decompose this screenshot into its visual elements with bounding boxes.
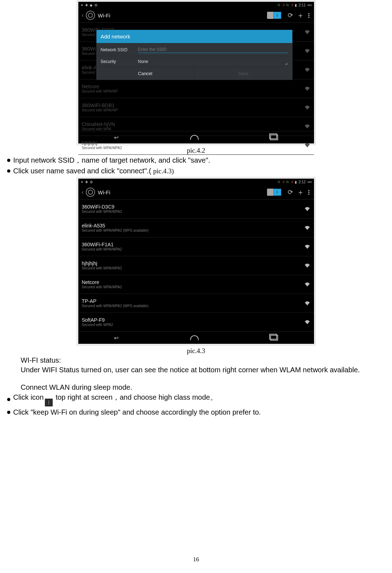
network-security: Secured with WPA/WPA2	[82, 266, 302, 270]
overflow-menu-icon	[45, 399, 53, 406]
network-security: Secured with WPA2	[82, 323, 302, 327]
wifi-signal-icon	[304, 282, 310, 287]
network-ssid: Netcore	[82, 84, 302, 89]
nav-home-icon[interactable]	[190, 135, 199, 140]
status-ampm: AM	[308, 180, 312, 184]
network-row[interactable]: Netcore Secured with WPA/WPA2	[78, 275, 314, 294]
figure-caption: pic.4.3	[0, 347, 392, 355]
paragraph: Under WIFI Status turned on, user can se…	[21, 365, 378, 375]
bullet-icon	[7, 169, 10, 173]
heading-connect-sleep: Connect WLAN during sleep mode.	[21, 383, 378, 392]
nav-recent-icon[interactable]	[270, 135, 278, 140]
signal-bars-icon: .ıl	[282, 180, 284, 184]
wifi-signal-icon	[304, 143, 310, 148]
list-item: Input network SSID，name of target networ…	[7, 155, 392, 165]
battery-icon: ▮	[295, 3, 297, 7]
signal-icon: G	[278, 3, 280, 7]
network-row[interactable]: 360WiFi-BDB1 Secured with WPA/WP	[78, 98, 314, 117]
toggle-on-label: I	[273, 189, 281, 196]
wifi-signal-icon	[304, 206, 310, 211]
bullet-text: Click "keep Wi-Fi on during sleep" and c…	[13, 407, 261, 417]
page-number: 16	[0, 556, 392, 563]
status-time: 2:12	[299, 180, 305, 184]
nav-home-icon[interactable]	[190, 335, 199, 340]
signal-icon: G	[286, 3, 289, 7]
network-ssid: TP-AP	[82, 298, 302, 304]
security-label: Security	[101, 59, 138, 64]
signal-icon: G	[278, 180, 280, 184]
network-list: 360WiFi-D3C9 Secured with WPA/WPA2 elink…	[78, 200, 314, 332]
wifi-signal-icon	[304, 86, 310, 91]
status-icon: ◆	[90, 3, 93, 7]
status-icon: ✦	[80, 3, 83, 7]
network-row[interactable]: Netcore Secured with WPA/WP	[78, 79, 314, 98]
refresh-icon[interactable]: ⟳	[286, 11, 296, 19]
back-icon[interactable]: ‹	[82, 12, 84, 19]
network-row[interactable]: TP-AP Secured with WPA/WPA2 (WPS availab…	[78, 294, 314, 313]
network-ssid: SoftAP-F9	[82, 317, 302, 323]
network-security: Secured with WPA/WPA2	[82, 285, 302, 289]
bullet-text: Click user name saved and click "connect…	[13, 167, 153, 175]
network-security: Secured with WPA/WPA2	[82, 146, 302, 150]
status-bar: ✦ ✚ ⚙ G .ıl G .ıl ▮ 2:12 AM	[78, 179, 314, 185]
network-security: Secured with WPA/WP	[82, 89, 302, 94]
screenshot-pic-4-2: ✦ ✚ ◆ ⚙ G .ıl G .ıl ▮ 2:11 AM	[77, 0, 316, 145]
screenshot-pic-4-3: ✦ ✚ ⚙ G .ıl G .ıl ▮ 2:12 AM	[77, 177, 316, 346]
signal-icon: G	[286, 180, 289, 184]
wifi-signal-icon	[304, 48, 310, 53]
status-bar: ✦ ✚ ◆ ⚙ G .ıl G .ıl ▮ 2:11 AM	[78, 2, 314, 8]
network-ssid: hjhjhjhj	[82, 261, 302, 266]
network-row[interactable]: elink-A535 Secured with WPA/WPA2 (WPS av…	[78, 219, 314, 237]
security-select[interactable]: None	[138, 59, 288, 64]
add-network-icon[interactable]: ＋	[296, 188, 305, 197]
network-row[interactable]: hjhjhjhj Secured with WPA/WPA2	[78, 256, 314, 275]
list-item: Click "keep Wi-Fi on during sleep" and c…	[7, 407, 392, 417]
wifi-header: ‹ Wi-Fi I ⟳ ＋	[78, 8, 314, 23]
wifi-signal-icon	[304, 301, 310, 306]
status-icon: ✚	[85, 180, 88, 184]
list-item: Click icon top right at screen，and choos…	[7, 392, 392, 406]
network-ssid: 360WiFi-D3C9	[82, 204, 302, 210]
add-network-icon[interactable]: ＋	[296, 11, 305, 20]
wifi-signal-icon	[304, 67, 310, 72]
figure-ref: pic.4.3)	[153, 167, 174, 175]
wifi-signal-icon	[304, 244, 310, 249]
network-row[interactable]: 360WiFi-D3C9 Secured with WPA/WPA2	[78, 200, 314, 219]
network-row[interactable]: 360WiFi-F1A1 Secured with WPA/WPA2	[78, 237, 314, 256]
network-security: Secured with WPA/WPA2 (WPS available)	[82, 304, 302, 308]
settings-gear-icon	[86, 188, 95, 197]
back-icon[interactable]: ‹	[82, 189, 84, 195]
nav-back-icon[interactable]: ↩	[114, 335, 119, 341]
network-ssid: 360WiFi-F1A1	[82, 242, 302, 247]
cancel-button[interactable]: Cancel	[96, 67, 194, 80]
heading-wifi-status: WI-FI status:	[21, 356, 378, 365]
list-item: Click user name saved and click "connect…	[7, 166, 392, 176]
network-security: Secured with WPA/WPA2	[82, 210, 302, 214]
signal-bars-icon: .ıl	[282, 3, 284, 7]
nav-back-icon[interactable]: ↩	[114, 134, 119, 141]
network-security: Secured with WPA/WPA2	[82, 247, 302, 252]
save-button[interactable]: Save	[194, 67, 292, 80]
wifi-signal-icon	[304, 105, 310, 110]
status-ampm: AM	[308, 4, 312, 7]
page-title: Wi-Fi	[98, 189, 267, 195]
refresh-icon[interactable]: ⟳	[286, 188, 296, 196]
nav-recent-icon[interactable]	[270, 335, 278, 341]
nav-bar: ↩	[78, 331, 314, 344]
wifi-toggle[interactable]: I	[267, 189, 281, 196]
wifi-toggle[interactable]: I	[267, 12, 281, 19]
overflow-menu-icon[interactable]	[305, 13, 313, 18]
bullet-text: Click icon	[13, 393, 44, 401]
dropdown-indicator-icon	[285, 63, 287, 65]
dialog-title: Add network	[96, 30, 292, 43]
network-row[interactable]: SoftAP-F9 Secured with WPA2	[78, 313, 314, 332]
status-icon: ✦	[80, 180, 83, 184]
network-ssid: Netcore	[82, 279, 302, 285]
status-icon: ⚙	[94, 3, 98, 7]
overflow-menu-icon[interactable]	[305, 190, 313, 195]
ssid-input[interactable]	[138, 46, 288, 53]
ssid-label: Network SSID	[101, 47, 138, 52]
signal-bars-icon: .ıl	[291, 3, 293, 7]
network-ssid: 360WiFi-BDB1	[82, 102, 302, 108]
bullet-icon	[7, 398, 10, 401]
